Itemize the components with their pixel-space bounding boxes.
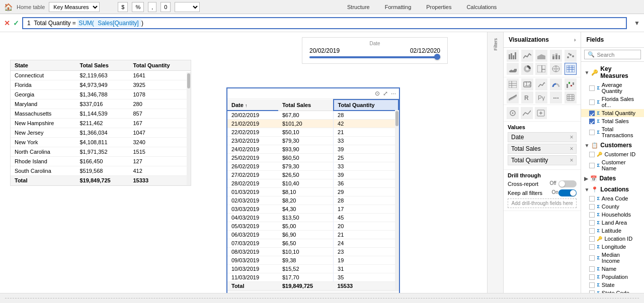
field-checkbox[interactable] — [589, 266, 595, 272]
formula-confirm[interactable]: ✓ — [13, 19, 19, 27]
field-item[interactable]: ΣMedian Income — [581, 251, 644, 265]
field-item[interactable]: ΣPopulation — [581, 273, 644, 281]
viz-table[interactable] — [565, 63, 577, 75]
field-item[interactable]: ΣTotal Transactions — [581, 125, 644, 139]
table-select[interactable]: Key Measures — [49, 2, 100, 12]
value-total-quantity-remove[interactable]: × — [570, 157, 573, 164]
value-total-sales-remove[interactable]: × — [570, 145, 573, 152]
field-item[interactable]: ΣArea Code — [581, 194, 644, 203]
home-icon: 🏠 — [4, 3, 13, 11]
viz-format-btn[interactable] — [507, 107, 519, 119]
viz-r-visual[interactable]: R — [521, 91, 533, 104]
field-item[interactable]: ΣFlorida Sales of... — [581, 95, 644, 109]
field-label: Customer Name — [602, 159, 636, 171]
format-percent[interactable]: % — [132, 2, 144, 12]
viz-bar-chart[interactable] — [507, 50, 519, 62]
field-group-locations: ▼📍LocationsΣArea CodeΣCountyΣHouseholdsΣ… — [581, 184, 644, 293]
field-item[interactable]: ΣLand Area — [581, 219, 644, 227]
field-item[interactable]: ΣTotal Quantity — [581, 109, 644, 117]
bottom-bar — [0, 293, 644, 303]
field-checkbox[interactable] — [589, 274, 595, 280]
field-checkbox[interactable] — [589, 204, 595, 210]
viz-pie-chart[interactable] — [507, 63, 519, 75]
format-comma[interactable]: , — [148, 2, 156, 12]
field-item[interactable]: ΣHouseholds — [581, 211, 644, 219]
field-group-header[interactable]: ▼📋Customers — [581, 140, 644, 150]
field-checkbox[interactable] — [589, 220, 595, 226]
viz-map[interactable] — [550, 63, 562, 75]
field-item[interactable]: ΣName — [581, 265, 644, 273]
viz-line-chart[interactable] — [521, 50, 533, 62]
viz-area-chart[interactable] — [535, 50, 547, 62]
rt-scrollbar[interactable] — [395, 110, 399, 290]
format-dollar[interactable]: $ — [118, 2, 128, 12]
table-row: 04/03/2019$13,5045 — [227, 214, 398, 222]
viz-donut[interactable] — [521, 63, 533, 75]
field-checkbox[interactable] — [589, 99, 595, 105]
table-row: Rhode Island$166,450127 — [11, 157, 191, 166]
formula-func: SUM( — [77, 19, 95, 27]
field-checkbox[interactable] — [589, 236, 595, 242]
formula-input[interactable]: 1 Total Quantity = SUM( Sales[Quantity] … — [22, 17, 627, 29]
sigma-icon: Σ — [597, 244, 599, 249]
field-checkbox[interactable] — [589, 163, 595, 168]
field-checkbox[interactable] — [589, 111, 595, 116]
field-checkbox[interactable] — [589, 228, 595, 234]
formula-expand[interactable]: ▼ — [634, 20, 640, 27]
viz-ribbon[interactable] — [507, 91, 519, 104]
keep-filters-toggle[interactable]: On — [558, 189, 577, 196]
field-checkbox[interactable] — [589, 212, 595, 218]
viz-chevron[interactable]: › — [574, 37, 576, 43]
field-item[interactable]: ΣTotal Sales — [581, 117, 644, 125]
viz-more[interactable]: ··· — [550, 91, 562, 104]
rt-filter-icon[interactable]: ⊙ — [375, 90, 380, 97]
decimal-select[interactable] — [175, 2, 200, 12]
viz-scatter[interactable] — [565, 50, 577, 62]
rt-focus-icon[interactable]: ⤢ — [383, 90, 388, 97]
field-item[interactable]: 🔑Location ID — [581, 235, 644, 243]
left-table-scrollbar[interactable] — [187, 72, 191, 185]
field-group-header[interactable]: ▼📍Locations — [581, 184, 644, 194]
fields-search-input[interactable] — [597, 52, 637, 58]
svg-point-11 — [570, 54, 572, 56]
field-item[interactable]: 🔑Customer ID — [581, 150, 644, 158]
field-item[interactable]: ΣCustomer Name — [581, 158, 644, 172]
viz-build[interactable] — [565, 91, 577, 104]
field-group-header[interactable]: ▼🔑Key Measures — [581, 64, 644, 81]
viz-stacked-bar[interactable] — [550, 50, 562, 62]
cross-report-toggle[interactable]: Off — [558, 180, 577, 187]
field-checkbox[interactable] — [589, 85, 595, 91]
field-checkbox[interactable] — [589, 152, 595, 157]
section-properties: Properties — [426, 4, 451, 10]
viz-matrix[interactable] — [507, 78, 519, 90]
field-checkbox[interactable] — [589, 130, 595, 135]
viz-waterfall[interactable] — [565, 78, 577, 90]
field-item[interactable]: ΣState Code — [581, 289, 644, 293]
field-item[interactable]: ΣState — [581, 281, 644, 289]
date-slider-thumb[interactable] — [434, 54, 440, 60]
field-checkbox[interactable] — [589, 282, 595, 288]
field-checkbox[interactable] — [589, 255, 595, 261]
field-checkbox[interactable] — [589, 196, 595, 201]
date-end: 02/12/2020 — [410, 47, 440, 54]
viz-add-data-btn[interactable] — [535, 107, 547, 119]
formula-cancel[interactable]: ✕ — [4, 19, 10, 27]
viz-py-visual[interactable]: Py — [535, 91, 547, 104]
viz-kpi[interactable] — [535, 78, 547, 90]
field-checkbox[interactable] — [589, 119, 595, 124]
viz-analytics-btn[interactable] — [521, 107, 533, 119]
viz-gauge[interactable] — [550, 78, 562, 90]
field-checkbox[interactable] — [589, 244, 595, 250]
field-item[interactable]: ΣAverage Quantity — [581, 81, 644, 95]
field-item[interactable]: ΣLatitude — [581, 227, 644, 235]
value-date-remove[interactable]: × — [570, 134, 573, 141]
add-drill-btn[interactable]: Add drill-through fields here — [508, 198, 577, 208]
viz-card[interactable]: 123 — [521, 78, 533, 90]
field-item[interactable]: ΣCounty — [581, 203, 644, 211]
format-decimal[interactable]: 0 — [160, 2, 171, 12]
viz-treemap[interactable] — [535, 63, 547, 75]
field-group-header[interactable]: ▶📅Dates — [581, 173, 644, 183]
rt-more-icon[interactable]: ··· — [391, 90, 396, 97]
field-item[interactable]: ΣLongitude — [581, 243, 644, 251]
svg-point-10 — [567, 56, 569, 58]
